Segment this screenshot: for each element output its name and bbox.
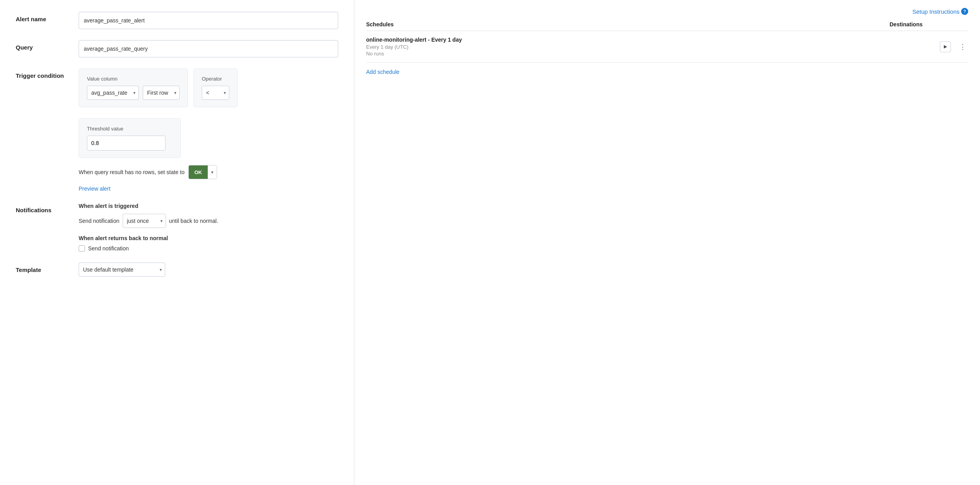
template-select[interactable]: Use default template [79, 263, 165, 277]
value-column-label: Value column [87, 76, 180, 82]
trigger-condition-content: Value column avg_pass_rate First row [79, 68, 338, 192]
operator-select-wrapper: < > = [202, 86, 229, 100]
send-notification-before: Send notification [79, 218, 120, 224]
threshold-label: Threshold value [87, 126, 173, 132]
ok-state-label: OK [189, 165, 208, 179]
template-content: Use default template [79, 263, 338, 277]
schedule-actions: ▶ ⋮ [940, 41, 968, 52]
no-rows-row: When query result has no rows, set state… [79, 165, 338, 179]
add-schedule-link[interactable]: Add schedule [366, 69, 400, 75]
query-input[interactable] [79, 40, 338, 57]
alert-name-label: Alert name [16, 12, 79, 22]
schedule-freq: Every 1 day (UTC) [366, 44, 940, 50]
trigger-condition-row: Trigger condition Value column avg_pass_… [16, 68, 338, 192]
value-column-select-wrapper: avg_pass_rate [87, 86, 139, 100]
value-column-dropdowns: avg_pass_rate First row [87, 86, 180, 100]
destinations-col-label: Destinations [890, 21, 968, 28]
query-content [79, 40, 338, 57]
when-triggered-title: When alert is triggered [79, 203, 338, 209]
ok-state-dropdown[interactable]: OK ▾ [188, 165, 217, 179]
notifications-row: Notifications When alert is triggered Se… [16, 203, 338, 252]
schedules-col-label: Schedules [366, 21, 890, 28]
row-selector-wrapper: First row [143, 86, 180, 100]
ok-state-caret[interactable]: ▾ [208, 165, 217, 179]
setup-instructions-link[interactable]: Setup Instructions ? [912, 8, 968, 15]
just-once-select-wrapper: just once every time [123, 214, 166, 228]
threshold-input[interactable] [87, 136, 166, 151]
schedule-info: online-monitoring-alert - Every 1 day Ev… [366, 37, 940, 57]
back-to-normal-checkbox-row: Send notification [79, 245, 338, 252]
value-column-box: Value column avg_pass_rate First row [79, 68, 188, 107]
schedule-item: online-monitoring-alert - Every 1 day Ev… [366, 31, 968, 62]
send-notification-row: Send notification just once every time u… [79, 214, 338, 228]
notifications-content: When alert is triggered Send notificatio… [79, 203, 338, 252]
alert-name-input[interactable] [79, 12, 338, 29]
operator-label: Operator [202, 76, 229, 82]
send-notification-after: until back to normal. [169, 218, 218, 224]
query-label: Query [16, 40, 79, 51]
schedule-name: online-monitoring-alert - Every 1 day [366, 37, 940, 43]
trigger-condition-label: Trigger condition [16, 68, 79, 79]
row-selector-select[interactable]: First row [143, 86, 180, 100]
schedule-play-button[interactable]: ▶ [940, 41, 951, 52]
right-header: Setup Instructions ? [366, 8, 968, 15]
threshold-box: Threshold value [79, 118, 181, 158]
setup-instructions-text: Setup Instructions [912, 8, 960, 15]
operator-select[interactable]: < > = [202, 86, 229, 100]
alert-name-content [79, 12, 338, 29]
alert-name-row: Alert name [16, 12, 338, 29]
template-label: Template [16, 263, 79, 273]
just-once-select[interactable]: just once every time [123, 214, 166, 228]
when-back-to-normal-title: When alert returns back to normal [79, 235, 338, 241]
trigger-operator-row: Value column avg_pass_rate First row [79, 68, 338, 113]
help-icon: ? [961, 8, 968, 15]
notifications-label: Notifications [16, 203, 79, 213]
preview-alert-link[interactable]: Preview alert [79, 186, 111, 192]
template-row: Template Use default template [16, 263, 338, 277]
no-rows-text: When query result has no rows, set state… [79, 169, 184, 175]
operator-box: Operator < > = [193, 68, 238, 107]
send-notification-checkbox[interactable] [79, 245, 85, 252]
query-row: Query [16, 40, 338, 57]
send-notification-checkbox-label: Send notification [88, 245, 129, 252]
schedule-runs: No runs [366, 51, 940, 57]
schedules-header: Schedules Destinations [366, 21, 968, 31]
template-select-wrapper: Use default template [79, 263, 165, 277]
schedule-more-button[interactable]: ⋮ [957, 41, 968, 52]
value-column-select[interactable]: avg_pass_rate [87, 86, 139, 100]
